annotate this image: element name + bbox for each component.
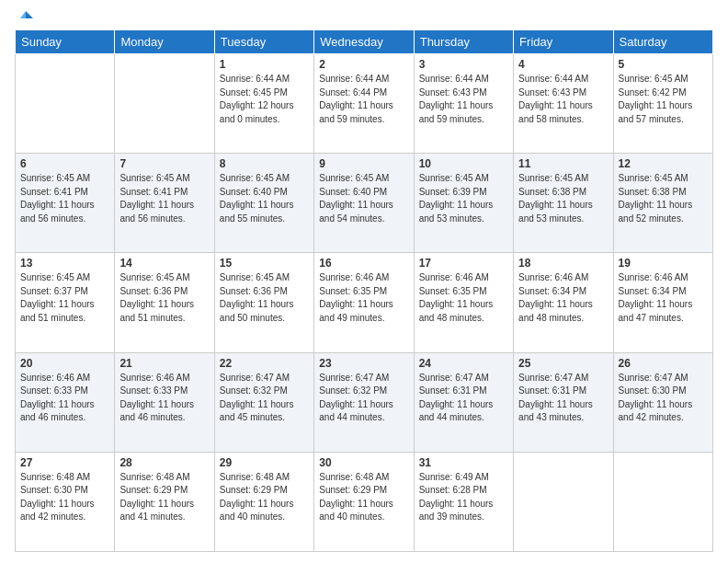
day-cell: 14Sunrise: 6:45 AM Sunset: 6:36 PM Dayli… — [115, 253, 214, 352]
day-info: Sunrise: 6:45 AM Sunset: 6:36 PM Dayligh… — [220, 271, 309, 325]
day-cell — [514, 452, 613, 551]
day-cell: 15Sunrise: 6:45 AM Sunset: 6:36 PM Dayli… — [214, 253, 313, 352]
day-number: 10 — [419, 157, 508, 170]
day-number: 16 — [319, 257, 408, 270]
day-cell: 2Sunrise: 6:44 AM Sunset: 6:44 PM Daylig… — [314, 54, 414, 154]
week-row-1: 1Sunrise: 6:44 AM Sunset: 6:45 PM Daylig… — [16, 54, 713, 154]
day-info: Sunrise: 6:45 AM Sunset: 6:42 PM Dayligh… — [619, 73, 708, 126]
day-number: 30 — [319, 456, 408, 469]
day-number: 6 — [20, 157, 109, 170]
day-info: Sunrise: 6:45 AM Sunset: 6:36 PM Dayligh… — [119, 271, 209, 325]
day-info: Sunrise: 6:47 AM Sunset: 6:32 PM Dayligh… — [319, 372, 408, 425]
day-info: Sunrise: 6:45 AM Sunset: 6:38 PM Dayligh… — [518, 172, 608, 225]
day-info: Sunrise: 6:48 AM Sunset: 6:29 PM Dayligh… — [119, 471, 209, 524]
weekday-header-tuesday: Tuesday — [214, 30, 313, 54]
day-info: Sunrise: 6:48 AM Sunset: 6:30 PM Dayligh… — [20, 471, 109, 524]
day-info: Sunrise: 6:46 AM Sunset: 6:33 PM Dayligh… — [119, 372, 209, 425]
day-cell: 8Sunrise: 6:45 AM Sunset: 6:40 PM Daylig… — [214, 154, 313, 253]
day-info: Sunrise: 6:44 AM Sunset: 6:43 PM Dayligh… — [419, 73, 508, 126]
day-cell: 18Sunrise: 6:46 AM Sunset: 6:34 PM Dayli… — [514, 253, 613, 352]
day-info: Sunrise: 6:44 AM Sunset: 6:45 PM Dayligh… — [220, 73, 309, 126]
day-info: Sunrise: 6:49 AM Sunset: 6:28 PM Dayligh… — [419, 471, 508, 524]
day-info: Sunrise: 6:47 AM Sunset: 6:30 PM Dayligh… — [619, 372, 708, 425]
logo-icon — [17, 9, 35, 28]
week-row-2: 6Sunrise: 6:45 AM Sunset: 6:41 PM Daylig… — [16, 154, 713, 253]
day-info: Sunrise: 6:44 AM Sunset: 6:44 PM Dayligh… — [319, 73, 408, 126]
day-cell: 1Sunrise: 6:44 AM Sunset: 6:45 PM Daylig… — [214, 54, 313, 154]
day-info: Sunrise: 6:47 AM Sunset: 6:31 PM Dayligh… — [518, 372, 608, 425]
day-cell: 28Sunrise: 6:48 AM Sunset: 6:29 PM Dayli… — [115, 452, 214, 551]
svg-marker-0 — [26, 11, 33, 18]
week-row-3: 13Sunrise: 6:45 AM Sunset: 6:37 PM Dayli… — [16, 253, 713, 352]
day-info: Sunrise: 6:48 AM Sunset: 6:29 PM Dayligh… — [319, 471, 408, 524]
weekday-header-row: SundayMondayTuesdayWednesdayThursdayFrid… — [16, 30, 713, 54]
day-number: 9 — [319, 157, 408, 170]
day-info: Sunrise: 6:46 AM Sunset: 6:34 PM Dayligh… — [619, 271, 708, 325]
day-cell: 17Sunrise: 6:46 AM Sunset: 6:35 PM Dayli… — [414, 253, 513, 352]
day-info: Sunrise: 6:48 AM Sunset: 6:29 PM Dayligh… — [220, 471, 309, 524]
day-number: 25 — [518, 357, 608, 370]
day-info: Sunrise: 6:46 AM Sunset: 6:35 PM Dayligh… — [419, 271, 508, 325]
day-info: Sunrise: 6:47 AM Sunset: 6:31 PM Dayligh… — [419, 372, 508, 425]
day-info: Sunrise: 6:45 AM Sunset: 6:41 PM Dayligh… — [119, 172, 209, 225]
day-number: 29 — [220, 456, 309, 469]
day-cell: 5Sunrise: 6:45 AM Sunset: 6:42 PM Daylig… — [613, 54, 712, 154]
weekday-header-wednesday: Wednesday — [314, 30, 414, 54]
day-number: 12 — [619, 157, 708, 170]
day-number: 5 — [619, 58, 708, 71]
day-number: 19 — [619, 257, 708, 270]
day-cell: 22Sunrise: 6:47 AM Sunset: 6:32 PM Dayli… — [214, 352, 313, 452]
day-number: 11 — [518, 157, 608, 170]
day-number: 8 — [220, 157, 309, 170]
day-info: Sunrise: 6:45 AM Sunset: 6:40 PM Dayligh… — [220, 172, 309, 225]
day-number: 4 — [518, 58, 608, 71]
day-number: 7 — [119, 157, 209, 170]
day-cell: 21Sunrise: 6:46 AM Sunset: 6:33 PM Dayli… — [115, 352, 214, 452]
day-cell: 29Sunrise: 6:48 AM Sunset: 6:29 PM Dayli… — [214, 452, 313, 551]
day-number: 3 — [419, 58, 508, 71]
calendar-table: SundayMondayTuesdayWednesdayThursdayFrid… — [15, 29, 713, 552]
day-cell: 24Sunrise: 6:47 AM Sunset: 6:31 PM Dayli… — [414, 352, 513, 452]
day-cell: 31Sunrise: 6:49 AM Sunset: 6:28 PM Dayli… — [414, 452, 513, 551]
day-cell: 4Sunrise: 6:44 AM Sunset: 6:43 PM Daylig… — [514, 54, 613, 154]
day-number: 14 — [119, 257, 209, 270]
day-info: Sunrise: 6:45 AM Sunset: 6:37 PM Dayligh… — [20, 271, 109, 325]
day-number: 27 — [20, 456, 109, 469]
day-cell: 3Sunrise: 6:44 AM Sunset: 6:43 PM Daylig… — [414, 54, 513, 154]
weekday-header-saturday: Saturday — [613, 30, 712, 54]
day-number: 17 — [419, 257, 508, 270]
week-row-5: 27Sunrise: 6:48 AM Sunset: 6:30 PM Dayli… — [16, 452, 713, 551]
day-number: 2 — [319, 58, 408, 71]
day-cell: 9Sunrise: 6:45 AM Sunset: 6:40 PM Daylig… — [314, 154, 414, 253]
day-number: 24 — [419, 357, 508, 370]
day-cell: 6Sunrise: 6:45 AM Sunset: 6:41 PM Daylig… — [16, 154, 115, 253]
day-cell: 13Sunrise: 6:45 AM Sunset: 6:37 PM Dayli… — [16, 253, 115, 352]
day-number: 23 — [319, 357, 408, 370]
day-info: Sunrise: 6:46 AM Sunset: 6:35 PM Dayligh… — [319, 271, 408, 325]
weekday-header-friday: Friday — [514, 30, 613, 54]
day-cell: 7Sunrise: 6:45 AM Sunset: 6:41 PM Daylig… — [115, 154, 214, 253]
weekday-header-monday: Monday — [115, 30, 214, 54]
day-number: 15 — [220, 257, 309, 270]
day-number: 22 — [220, 357, 309, 370]
day-info: Sunrise: 6:45 AM Sunset: 6:39 PM Dayligh… — [419, 172, 508, 225]
day-info: Sunrise: 6:45 AM Sunset: 6:41 PM Dayligh… — [20, 172, 109, 225]
day-cell: 11Sunrise: 6:45 AM Sunset: 6:38 PM Dayli… — [514, 154, 613, 253]
day-cell: 16Sunrise: 6:46 AM Sunset: 6:35 PM Dayli… — [314, 253, 414, 352]
day-number: 28 — [119, 456, 209, 469]
day-number: 20 — [20, 357, 109, 370]
day-number: 31 — [419, 456, 508, 469]
day-cell: 27Sunrise: 6:48 AM Sunset: 6:30 PM Dayli… — [16, 452, 115, 551]
day-cell: 30Sunrise: 6:48 AM Sunset: 6:29 PM Dayli… — [314, 452, 414, 551]
day-cell: 20Sunrise: 6:46 AM Sunset: 6:33 PM Dayli… — [16, 352, 115, 452]
logo — [15, 11, 35, 22]
page: SundayMondayTuesdayWednesdayThursdayFrid… — [0, 0, 728, 563]
day-cell: 10Sunrise: 6:45 AM Sunset: 6:39 PM Dayli… — [414, 154, 513, 253]
day-cell — [115, 54, 214, 154]
day-cell: 12Sunrise: 6:45 AM Sunset: 6:38 PM Dayli… — [613, 154, 712, 253]
day-cell — [613, 452, 712, 551]
day-cell: 19Sunrise: 6:46 AM Sunset: 6:34 PM Dayli… — [613, 253, 712, 352]
day-number: 13 — [20, 257, 109, 270]
day-info: Sunrise: 6:47 AM Sunset: 6:32 PM Dayligh… — [220, 372, 309, 425]
day-info: Sunrise: 6:46 AM Sunset: 6:34 PM Dayligh… — [518, 271, 608, 325]
